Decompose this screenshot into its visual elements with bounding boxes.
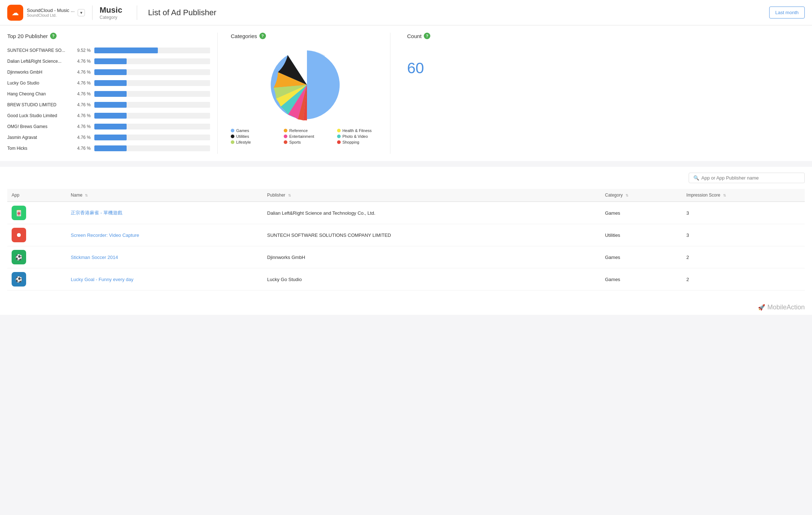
- header: ☁ SoundCloud - Music ... SoundCloud Ltd.…: [0, 0, 812, 25]
- col-app: App: [7, 189, 66, 202]
- publisher-bar: [94, 124, 127, 129]
- count-panel: Count ? 60: [396, 33, 805, 154]
- legend-dot: [284, 135, 287, 138]
- publisher-bar-container: [94, 113, 210, 119]
- publisher-pct: 4.76 %: [71, 81, 91, 86]
- header-right: Last month: [769, 7, 805, 18]
- publisher-bar-container: [94, 58, 210, 64]
- legend-label: Games: [236, 128, 249, 133]
- publisher-row: Djinnworks GmbH 4.76 %: [7, 67, 210, 78]
- col-name[interactable]: Name ⇅: [66, 189, 263, 202]
- publisher-panel: Top 20 Publisher ? SUNTECH SOFTWARE SO..…: [7, 33, 218, 154]
- legend-item: Sports: [284, 140, 329, 144]
- publisher-name: Lucky Go Studio: [7, 81, 71, 86]
- publisher-help-icon[interactable]: ?: [50, 33, 57, 39]
- app-thumb: ⏺: [12, 228, 26, 242]
- app-thumb: 🀄: [12, 206, 26, 220]
- publisher-bar-container: [94, 124, 210, 129]
- app-company: SoundCloud Ltd.: [27, 13, 75, 17]
- publisher-pct: 4.76 %: [71, 146, 91, 151]
- legend-item: Games: [231, 128, 276, 133]
- legend-label: Reference: [289, 128, 308, 133]
- publisher-bar: [94, 145, 127, 151]
- publisher-pct: 9.52 %: [71, 48, 91, 53]
- table-row: ⚽ Lucky Goal - Funny every day Lucky Go …: [7, 268, 805, 291]
- publisher-bar: [94, 91, 127, 97]
- col-score[interactable]: Impression Score ⇅: [682, 189, 805, 202]
- publisher-pct: 4.76 %: [71, 59, 91, 64]
- publisher-bar-container: [94, 91, 210, 97]
- header-divider: [92, 5, 93, 20]
- publisher-row: OMG! Brews Games 4.76 %: [7, 121, 210, 132]
- col-category[interactable]: Category ⇅: [600, 189, 682, 202]
- music-title: Music: [100, 5, 122, 15]
- table-body: 🀄 正宗香港麻雀 - 單機遊戲 Dalian Left&Right Scienc…: [7, 202, 805, 291]
- publisher-bar: [94, 48, 158, 53]
- cell-publisher: SUNTECH SOFTWARE SOLUTIONS COMPANY LIMIT…: [263, 224, 600, 246]
- count-value: 60: [407, 59, 424, 77]
- search-input-wrap[interactable]: 🔍: [689, 173, 805, 183]
- legend-label: Utilities: [236, 134, 249, 139]
- app-name-link[interactable]: Screen Recorder: Video Capture: [71, 232, 139, 238]
- app-name-link[interactable]: Stickman Soccer 2014: [71, 255, 118, 260]
- cell-score: 2: [682, 268, 805, 291]
- table-row: 🀄 正宗香港麻雀 - 單機遊戲 Dalian Left&Right Scienc…: [7, 202, 805, 224]
- legend-item: Lifestyle: [231, 140, 276, 144]
- publisher-pct: 4.76 %: [71, 113, 91, 118]
- cell-category: Utilities: [600, 224, 682, 246]
- publisher-row: BREW STUDIO LIMITED 4.76 %: [7, 99, 210, 110]
- legend-dot: [231, 135, 234, 138]
- publisher-name: OMG! Brews Games: [7, 124, 71, 129]
- cell-app: 🀄: [7, 202, 66, 224]
- table-wrap: App Name ⇅ Publisher ⇅ Category ⇅ Impres…: [7, 189, 805, 291]
- last-month-button[interactable]: Last month: [769, 7, 805, 18]
- legend-label: Health & Fitness: [343, 128, 372, 133]
- legend-item: Photo & Video: [337, 134, 383, 139]
- publisher-bar: [94, 69, 127, 75]
- publisher-name: Djinnworks GmbH: [7, 70, 71, 75]
- header-divider-2: [137, 5, 137, 20]
- publisher-bar: [94, 102, 127, 108]
- cell-publisher: Djinnworks GmbH: [263, 246, 600, 268]
- publisher-bar-container: [94, 48, 210, 53]
- categories-help-icon[interactable]: ?: [259, 33, 266, 39]
- app-info: SoundCloud - Music ... SoundCloud Ltd.: [27, 8, 75, 17]
- publisher-bar: [94, 135, 127, 140]
- col-publisher[interactable]: Publisher ⇅: [263, 189, 600, 202]
- pie-chart-container: [231, 45, 383, 125]
- legend-dot: [284, 129, 287, 132]
- pie-chart: [267, 45, 347, 125]
- ad-publisher-table: App Name ⇅ Publisher ⇅ Category ⇅ Impres…: [7, 189, 805, 291]
- cell-name: Lucky Goal - Funny every day: [66, 268, 263, 291]
- publisher-row: SUNTECH SOFTWARE SO... 9.52 %: [7, 45, 210, 56]
- table-header: App Name ⇅ Publisher ⇅ Category ⇅ Impres…: [7, 189, 805, 202]
- publisher-row: Lucky Go Studio 4.76 %: [7, 78, 210, 88]
- legend-dot: [337, 135, 341, 138]
- publisher-row: Good Luck Studio Limited 4.76 %: [7, 110, 210, 121]
- app-name-link[interactable]: Lucky Goal - Funny every day: [71, 277, 134, 282]
- legend-label: Photo & Video: [343, 134, 368, 139]
- publisher-bar-container: [94, 135, 210, 140]
- search-input[interactable]: [701, 175, 800, 181]
- cell-app: ⏺: [7, 224, 66, 246]
- count-help-icon[interactable]: ?: [424, 33, 430, 39]
- legend-dot: [337, 140, 341, 144]
- table-row: ⏺ Screen Recorder: Video Capture SUNTECH…: [7, 224, 805, 246]
- publisher-pct: 4.76 %: [71, 70, 91, 75]
- publisher-row: Tom Hicks 4.76 %: [7, 143, 210, 154]
- page-title: List of Ad Publisher: [148, 8, 216, 17]
- publisher-bar: [94, 58, 127, 64]
- app-thumb: ⚽: [12, 272, 26, 287]
- legend-label: Sports: [289, 140, 301, 144]
- publisher-row: Hang Cheong Chan 4.76 %: [7, 88, 210, 99]
- cell-category: Games: [600, 268, 682, 291]
- app-name-link[interactable]: 正宗香港麻雀 - 單機遊戲: [71, 210, 122, 215]
- publisher-pct: 4.76 %: [71, 135, 91, 140]
- search-row: 🔍: [7, 173, 805, 183]
- legend-item: Reference: [284, 128, 329, 133]
- cell-name: 正宗香港麻雀 - 單機遊戲: [66, 202, 263, 224]
- cell-app: ⚽: [7, 246, 66, 268]
- app-dropdown-button[interactable]: ▾: [78, 9, 85, 16]
- publisher-bar-container: [94, 102, 210, 108]
- publisher-row: Dalian Left&Right Science... 4.76 %: [7, 56, 210, 67]
